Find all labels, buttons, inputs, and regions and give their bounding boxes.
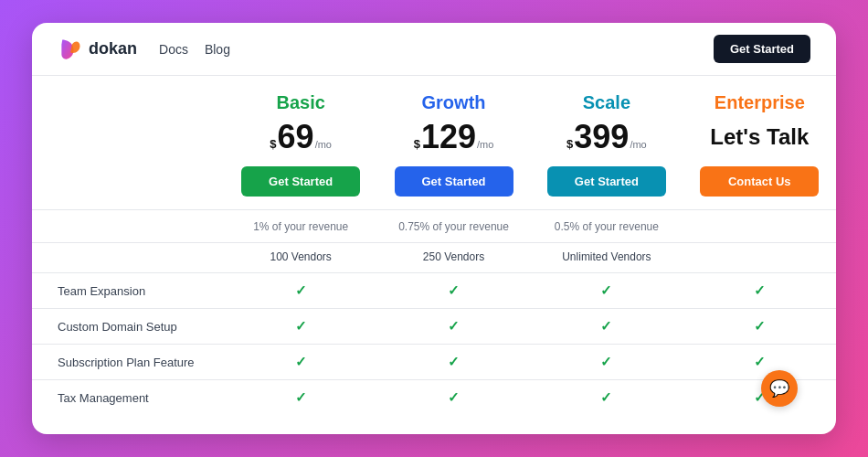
plan-name-growth: Growth	[377, 76, 530, 119]
feature-subscription-plan: Subscription Plan Feature ✓ ✓ ✓ ✓	[32, 345, 836, 380]
pricing-table: Basic Growth Scale Enterprise $ 69 /mo	[32, 76, 836, 434]
feature-label-tax: Tax Management	[32, 380, 224, 416]
vendors-basic: 100 Vendors	[224, 243, 376, 273]
cta-basic[interactable]: Get Started	[241, 166, 360, 197]
revenue-basic: 1% of your revenue	[224, 211, 376, 243]
check-scale-domain: ✓	[600, 318, 612, 334]
check-scale-tax: ✓	[600, 389, 612, 405]
price-scale: $ 399 /mo	[530, 119, 683, 161]
check-basic-team: ✓	[295, 282, 307, 298]
header: dokan Docs Blog Get Started	[32, 23, 836, 76]
pricing-card: dokan Docs Blog Get Started	[32, 23, 836, 434]
check-growth-sub: ✓	[448, 354, 460, 369]
cta-growth[interactable]: Get Started	[395, 166, 513, 197]
cta-row: Get Started Get Started Get Started Cont…	[32, 161, 836, 210]
check-scale-sub: ✓	[600, 354, 612, 369]
check-basic-domain: ✓	[295, 318, 307, 334]
vendors-row: 100 Vendors 250 Vendors Unlimited Vendor…	[32, 243, 836, 273]
check-enterprise-domain: ✓	[754, 318, 766, 334]
logo: dokan	[58, 37, 137, 62]
feature-tax-management: Tax Management ✓ ✓ ✓ ✓	[32, 380, 836, 416]
price-growth: $ 129 /mo	[377, 119, 530, 161]
revenue-scale: 0.5% of your revenue	[530, 211, 683, 243]
price-row: $ 69 /mo $ 129 /mo $	[32, 119, 836, 161]
revenue-growth: 0.75% of your revenue	[377, 211, 530, 243]
check-growth-domain: ✓	[448, 318, 460, 334]
feature-label-subscription: Subscription Plan Feature	[32, 345, 224, 380]
nav-docs[interactable]: Docs	[159, 42, 188, 57]
check-growth-tax: ✓	[448, 389, 460, 405]
feature-label-team-expansion: Team Expansion	[32, 273, 224, 309]
feature-label-custom-domain: Custom Domain Setup	[32, 309, 224, 345]
price-enterprise: Let's Talk	[683, 119, 836, 161]
check-basic-sub: ✓	[295, 354, 307, 369]
plan-name-basic: Basic	[224, 76, 376, 119]
price-basic: $ 69 /mo	[224, 119, 376, 161]
plan-name-row: Basic Growth Scale Enterprise	[32, 76, 836, 119]
feature-team-expansion: Team Expansion ✓ ✓ ✓ ✓	[32, 273, 836, 309]
check-basic-tax: ✓	[295, 389, 307, 405]
chat-bubble[interactable]: 💬	[761, 370, 798, 407]
chat-icon: 💬	[769, 378, 789, 399]
logo-text: dokan	[89, 39, 137, 58]
nav-blog[interactable]: Blog	[205, 42, 230, 57]
cta-scale[interactable]: Get Started	[547, 166, 666, 197]
plan-name-scale: Scale	[530, 76, 683, 119]
feature-custom-domain: Custom Domain Setup ✓ ✓ ✓ ✓	[32, 309, 836, 345]
nav: Docs Blog	[159, 42, 230, 57]
check-enterprise-sub: ✓	[754, 354, 766, 369]
vendors-enterprise	[683, 243, 836, 273]
check-growth-team: ✓	[448, 282, 460, 298]
vendors-growth: 250 Vendors	[377, 243, 530, 273]
vendors-scale: Unlimited Vendors	[530, 243, 683, 273]
logo-icon	[58, 37, 83, 62]
cta-enterprise[interactable]: Contact Us	[700, 166, 819, 197]
check-scale-team: ✓	[600, 282, 612, 298]
check-enterprise-team: ✓	[754, 282, 766, 298]
plan-name-enterprise: Enterprise	[683, 76, 836, 119]
revenue-row: 1% of your revenue 0.75% of your revenue…	[32, 211, 836, 243]
header-cta-button[interactable]: Get Started	[714, 35, 810, 63]
revenue-enterprise	[683, 211, 836, 243]
